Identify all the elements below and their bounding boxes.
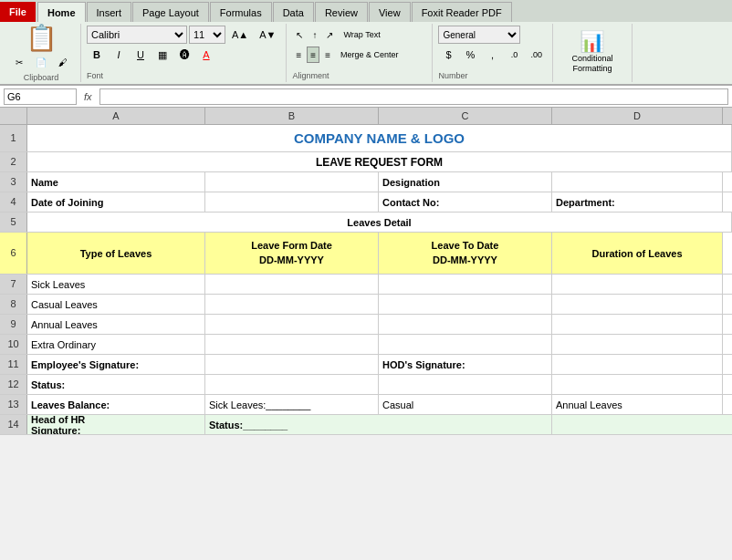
cell-type-of-leaves[interactable]: Type of Leaves [27,233,205,274]
cell-employee-signature-value[interactable] [205,355,379,374]
cell-contact-label[interactable]: Contact No: [379,192,552,212]
cell-doj-value[interactable] [205,192,379,212]
cell-status-c[interactable] [379,375,552,394]
cell-leave-to-date[interactable]: Leave To Date DD-MM-YYYY [379,233,552,274]
paste-button[interactable]: 📋 [26,26,58,51]
number-format-select[interactable]: General [438,26,520,44]
cell-status-label[interactable]: Status: [27,375,205,394]
cell-annual-leaves[interactable]: Annual Leaves [27,315,205,334]
col-header-a[interactable]: A [27,108,205,124]
cell-leave-request-form[interactable]: LEAVE REQUEST FORM [27,152,732,171]
tab-insert[interactable]: Insert [87,2,132,22]
cell-hr-signature[interactable]: Head of HR Signature:___________________… [27,415,205,434]
cell-annual-leaves-to[interactable] [379,315,552,334]
row-number: 11 [0,355,27,374]
font-color-button[interactable]: A [196,46,216,64]
leave-to-date-line2: DD-MM-YYYY [433,254,497,267]
tab-home[interactable]: Home [37,2,86,22]
cell-casual-leaves[interactable]: Casual Leaves [27,295,205,314]
tab-review[interactable]: Review [315,2,368,22]
cell-department-label[interactable]: Department: [552,192,723,212]
cell-reference-input[interactable] [4,88,77,105]
border-button[interactable]: ▦ [152,46,173,64]
tab-view[interactable]: View [369,2,411,22]
comma-button[interactable]: , [482,46,502,64]
cell-casual-leaves-to[interactable] [379,295,552,314]
increase-decimal-button[interactable]: .0 [504,46,524,64]
copy-button[interactable]: 📄 [31,53,51,71]
cell-extra-ordinary-duration[interactable] [552,335,723,354]
align-center-button[interactable]: ≡ [307,47,319,63]
fill-color-button[interactable]: 🅐 [174,46,194,64]
align-top-center-button[interactable]: ↑ [308,26,320,43]
underline-button[interactable]: U [131,46,151,64]
cell-sick-leaves-to[interactable] [379,275,552,294]
cell-leaves-balance[interactable]: Leaves Balance: [27,395,205,414]
table-row: 2 LEAVE REQUEST FORM [0,152,732,172]
conditional-formatting-icon: 📊 [580,30,604,54]
cell-casual-leaves-duration[interactable] [552,295,723,314]
row-number: 6 [0,233,27,274]
cell-name-label[interactable]: Name [27,172,205,192]
decrease-font-button[interactable]: A▼ [255,26,280,44]
cell-hod-signature[interactable]: HOD's Signature: [379,355,552,374]
bold-button[interactable]: B [87,46,107,64]
tab-page-layout[interactable]: Page Layout [132,2,209,22]
align-left-button[interactable]: ≡ [292,47,305,63]
cell-status-value[interactable] [205,375,379,394]
align-top-right-button[interactable]: ↗ [322,26,337,43]
row-number: 4 [0,192,27,212]
col-header-b[interactable]: B [205,108,379,124]
cell-leaves-detail[interactable]: Leaves Detail [27,213,732,232]
align-top-left-button[interactable]: ↖ [292,26,307,43]
formula-input[interactable] [99,88,728,105]
cell-annual-leaves-duration[interactable] [552,315,723,334]
font-name-select[interactable]: Calibri [87,26,187,44]
cell-leave-from-date[interactable]: Leave Form Date DD-MM-YYYY [205,233,379,274]
cell-hr-status[interactable]: Status:________ [205,415,552,434]
cell-employee-signature[interactable]: Employee's Signature: [27,355,205,374]
tab-foxit[interactable]: Foxit Reader PDF [412,2,512,22]
cell-doj-label[interactable]: Date of Joining [27,192,205,212]
decrease-decimal-button[interactable]: .00 [526,46,547,64]
cell-sick-leaves-duration[interactable] [552,275,723,294]
cell-hod-signature-value[interactable] [552,355,723,374]
cell-extra-ordinary-to[interactable] [379,335,552,354]
tab-file[interactable]: File [0,2,36,22]
col-header-c[interactable]: C [379,108,552,124]
format-painter-button[interactable]: 🖌 [53,53,73,71]
cut-button[interactable]: ✂ [9,53,29,71]
cell-annual-leaves-from[interactable] [205,315,379,334]
merge-center-button[interactable]: Merge & Center [336,46,403,64]
cell-designation-value[interactable] [552,172,723,192]
italic-button[interactable]: I [109,46,129,64]
cell-name-value[interactable] [205,172,379,192]
cell-extra-ordinary-from[interactable] [205,335,379,354]
font-size-select[interactable]: 11 [189,26,225,44]
row-number: 12 [0,375,27,394]
cell-duration-of-leaves[interactable]: Duration of Leaves [552,233,723,274]
cell-company-name[interactable]: COMPANY NAME & LOGO [27,125,732,151]
row-number: 5 [0,213,27,232]
cell-sick-leaves-from[interactable] [205,275,379,294]
tab-formulas[interactable]: Formulas [210,2,272,22]
tab-data[interactable]: Data [273,2,314,22]
cell-casual-balance[interactable]: Casual [379,395,552,414]
align-right-button[interactable]: ≡ [321,47,334,63]
cell-sick-leaves[interactable]: Sick Leaves [27,275,205,294]
cell-annual-balance[interactable]: Annual Leaves [552,395,723,414]
wrap-text-button[interactable]: Wrap Text [339,26,384,44]
dollar-button[interactable]: $ [438,46,458,64]
cell-sick-leaves-balance[interactable]: Sick Leaves:________ [205,395,379,414]
cell-designation-label[interactable]: Designation [379,172,552,192]
conditional-formatting-button[interactable]: 📊 Conditional Formatting [559,26,626,78]
cell-status-d[interactable] [552,375,723,394]
increase-font-button[interactable]: A▲ [227,26,253,44]
col-header-d[interactable]: D [552,108,723,124]
cell-extra-ordinary[interactable]: Extra Ordinary [27,335,205,354]
leave-to-date-line1: Leave To Date [432,239,499,253]
percent-button[interactable]: % [460,46,480,64]
table-row: 11 Employee's Signature: HOD's Signature… [0,355,732,375]
table-row: 10 Extra Ordinary [0,335,732,355]
cell-casual-leaves-from[interactable] [205,295,379,314]
